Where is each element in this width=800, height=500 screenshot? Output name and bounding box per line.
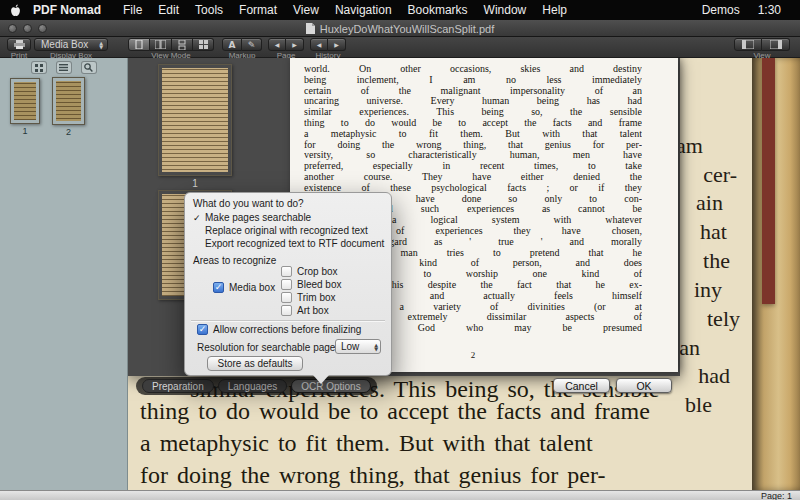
continuous-icon (178, 40, 186, 50)
ok-button[interactable]: OK (616, 378, 672, 393)
media-box-label: Media box (229, 282, 275, 293)
page-text-fragment: the (703, 248, 730, 274)
bleed-box-label: Bleed box (297, 279, 341, 290)
pdf-viewer: am cer- ain hat the iny tely an had ble … (128, 58, 800, 490)
status-page-indicator: Page: 1 (761, 491, 792, 500)
next-page-button[interactable] (286, 38, 304, 51)
grid-view-button[interactable] (31, 61, 47, 74)
select-arrows-icon (374, 343, 378, 351)
view-mode-group: View Mode (128, 38, 214, 59)
page-text-fragment: cer- (703, 162, 737, 188)
window-title: HuxleyDoWhatYouWillScanSplit.pdf (0, 20, 800, 37)
crop-box-checkbox-row[interactable]: Crop box (281, 266, 338, 277)
search-button[interactable] (81, 61, 97, 74)
history-forward-button[interactable] (328, 38, 346, 51)
list-view-button[interactable] (56, 61, 72, 74)
sidebar-thumbnail-1-label: 1 (10, 126, 40, 136)
page-text-fragment: tely (707, 306, 740, 332)
option-replace-original[interactable]: Replace original with recognized text (193, 225, 368, 236)
tab-ocr-options[interactable]: OCR Options (291, 379, 370, 393)
art-box-checkbox-row[interactable]: Art box (281, 305, 329, 316)
menu-navigation[interactable]: Navigation (327, 3, 400, 17)
option-export-rtf[interactable]: Export recognized text to RTF document (193, 238, 384, 249)
grid-icon (199, 40, 208, 49)
previous-page-button[interactable] (268, 38, 286, 51)
page-text-line: thing to do would be to accept the facts… (140, 398, 650, 425)
menu-view[interactable]: View (285, 3, 327, 17)
apple-menu-icon[interactable] (10, 4, 21, 17)
page-text-fragment: iny (694, 277, 722, 303)
page-line: another course. They have either denied … (304, 172, 642, 183)
inspector-panel-icon (770, 40, 782, 49)
page-line: similar experiences. This being so, the … (304, 107, 642, 118)
menu-demos[interactable]: Demos (693, 3, 749, 17)
menu-help[interactable]: Help (534, 3, 575, 17)
display-box-value: Media Box (35, 39, 90, 50)
inspector-toggle-button[interactable] (762, 38, 790, 51)
menu-tools[interactable]: Tools (187, 3, 231, 17)
cancel-button[interactable]: Cancel (553, 378, 610, 393)
minimize-button[interactable] (23, 24, 32, 33)
trim-box-checkbox-row[interactable]: Trim box (281, 292, 336, 303)
markup-pen-button[interactable] (242, 38, 262, 51)
crop-box-label: Crop box (297, 266, 338, 277)
crop-box-checkbox[interactable] (281, 266, 292, 277)
content-area: 1 2 am cer- ain hat the iny tely an had … (0, 58, 800, 490)
menu-bookmarks[interactable]: Bookmarks (400, 3, 476, 17)
sidebar-thumbnail-1[interactable] (10, 78, 40, 124)
sidebar-thumbnail-2[interactable] (52, 77, 85, 125)
page-text-fragment: had (698, 363, 730, 389)
history-back-button[interactable] (310, 38, 328, 51)
window-controls (8, 24, 47, 33)
option-label: Make pages searchable (205, 212, 311, 223)
view-mode-grid-button[interactable] (193, 38, 214, 51)
zoom-button[interactable] (38, 24, 47, 33)
document-icon (306, 23, 315, 34)
resolution-select[interactable]: Low (335, 339, 381, 354)
menu-edit[interactable]: Edit (150, 3, 187, 17)
markup-group: Markup (222, 38, 262, 59)
menu-file[interactable]: File (115, 3, 150, 17)
page-line: for doing the wrong thing, that genius f… (304, 140, 642, 151)
preview-thumbnail-1-label: 1 (158, 178, 232, 189)
allow-corrections-checkbox[interactable] (197, 324, 208, 335)
media-box-checkbox-row[interactable]: Media box (213, 282, 275, 293)
allow-corrections-row[interactable]: Allow corrections before finalizing (197, 324, 361, 335)
display-box-dropdown[interactable]: Media Box (34, 38, 108, 51)
view-mode-single-button[interactable] (128, 38, 150, 51)
trim-box-checkbox[interactable] (281, 292, 292, 303)
page-line: thing to do would be to accept the facts… (304, 118, 642, 129)
facing-pages-icon (155, 40, 166, 49)
page-text-fragment: an (679, 335, 700, 361)
ocr-tab-bar: Preparation Languages OCR Options (136, 377, 377, 395)
menu-app-name[interactable]: PDF Nomad (33, 3, 101, 17)
menu-window[interactable]: Window (476, 3, 535, 17)
preview-thumbnail-1[interactable] (158, 64, 232, 176)
art-box-checkbox[interactable] (281, 305, 292, 316)
menu-format[interactable]: Format (231, 3, 285, 17)
sidebar-panel-icon (742, 40, 754, 49)
view-mode-continuous-button[interactable] (172, 38, 193, 51)
markup-text-button[interactable] (222, 38, 242, 51)
media-box-checkbox[interactable] (213, 282, 224, 293)
store-defaults-button[interactable]: Store as defaults (207, 356, 303, 371)
popover-question: What do you want to do? (193, 198, 304, 209)
tab-preparation[interactable]: Preparation (142, 379, 214, 393)
page-text-line: a metaphysic to fit them. But with that … (140, 430, 593, 457)
trim-box-label: Trim box (297, 292, 336, 303)
view-panel-group: View (734, 38, 790, 59)
close-button[interactable] (8, 24, 17, 33)
tab-languages[interactable]: Languages (218, 379, 288, 393)
view-mode-facing-button[interactable] (150, 38, 172, 51)
page-text-line: for doing the wrong thing, that genius f… (140, 462, 605, 489)
selected-check-icon (193, 213, 205, 223)
bleed-box-checkbox-row[interactable]: Bleed box (281, 279, 341, 290)
option-make-searchable[interactable]: Make pages searchable (193, 212, 311, 223)
menu-clock[interactable]: 1:30 (749, 3, 790, 17)
print-button[interactable] (7, 38, 31, 51)
areas-label: Areas to recognize (193, 255, 276, 266)
screen: PDF Nomad File Edit Tools Format View Na… (0, 0, 800, 500)
bleed-box-checkbox[interactable] (281, 279, 292, 290)
page-nav-group: Page (268, 38, 304, 59)
sidebar-toggle-button[interactable] (734, 38, 762, 51)
